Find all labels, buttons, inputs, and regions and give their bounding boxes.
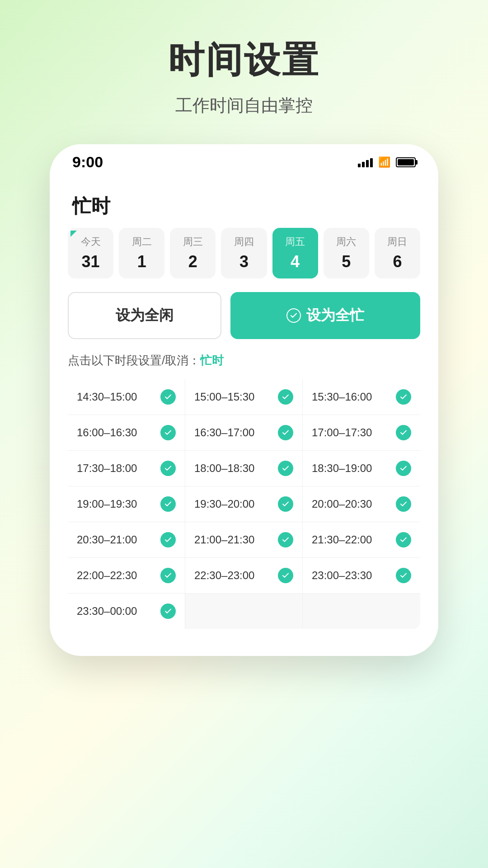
day-item-6[interactable]: 周日 6 <box>375 228 420 278</box>
slot-check-icon <box>160 496 176 512</box>
slot-check-icon <box>396 389 411 405</box>
slot-check-icon <box>160 389 176 405</box>
day-item-0[interactable]: 今天 31 <box>68 228 113 278</box>
status-bar: 9:00 📶 <box>50 144 438 175</box>
time-row-4: 20:30–21:00 21:00–21:30 21:30–22:00 <box>68 522 420 558</box>
time-slot-0-0[interactable]: 14:30–15:00 <box>68 379 185 415</box>
slot-check-icon <box>396 496 411 512</box>
time-slot-5-1[interactable]: 22:30–23:00 <box>185 558 303 593</box>
time-row-0: 14:30–15:00 15:00–15:30 15:30–16:00 <box>68 379 420 415</box>
set-free-button[interactable]: 设为全闲 <box>68 292 221 339</box>
time-slot-3-1[interactable]: 19:30–20:00 <box>185 486 303 522</box>
set-busy-button[interactable]: 设为全忙 <box>230 292 420 339</box>
time-row-5: 22:00–22:30 22:30–23:00 23:00–23:30 <box>68 558 420 594</box>
time-slot-1-2[interactable]: 17:00–17:30 <box>303 415 420 450</box>
day-item-4[interactable]: 周五 4 <box>272 228 318 278</box>
slot-check-icon <box>278 568 293 583</box>
slot-check-icon <box>160 532 176 547</box>
day-item-5[interactable]: 周六 5 <box>324 228 369 278</box>
time-slot-0-2[interactable]: 15:30–16:00 <box>303 379 420 415</box>
time-slot-4-2[interactable]: 21:30–22:00 <box>303 522 420 557</box>
time-slot-1-1[interactable]: 16:30–17:00 <box>185 415 303 450</box>
slot-check-icon <box>396 568 411 583</box>
status-icons: 📶 <box>358 156 416 168</box>
action-buttons: 设为全闲 设为全忙 <box>68 292 420 339</box>
slot-check-icon <box>278 389 293 405</box>
time-row-3: 19:00–19:30 19:30–20:00 20:00–20:30 <box>68 486 420 522</box>
time-slot-6-0[interactable]: 23:30–00:00 <box>68 594 185 629</box>
time-slot-4-0[interactable]: 20:30–21:00 <box>68 522 185 557</box>
time-row-2: 17:30–18:00 18:00–18:30 18:30–19:00 <box>68 451 420 486</box>
slot-check-icon <box>160 604 176 619</box>
page-title: 时间设置 <box>168 36 320 85</box>
time-slot-2-1[interactable]: 18:00–18:30 <box>185 451 303 486</box>
time-slot-3-2[interactable]: 20:00–20:30 <box>303 486 420 522</box>
slot-check-icon <box>278 532 293 547</box>
day-selector: 今天 31 周二 1 周三 2 周四 3 周五 4 周六 5 周日 6 <box>68 228 420 278</box>
time-slot-3-0[interactable]: 19:00–19:30 <box>68 486 185 522</box>
time-slot-5-2[interactable]: 23:00–23:30 <box>303 558 420 593</box>
slot-check-icon <box>160 568 176 583</box>
slot-check-icon <box>278 461 293 476</box>
time-slot-0-1[interactable]: 15:00–15:30 <box>185 379 303 415</box>
slot-check-icon <box>160 461 176 476</box>
day-item-1[interactable]: 周二 1 <box>119 228 164 278</box>
phone-frame: 9:00 📶 忙时 今天 31 周二 1 <box>50 144 438 656</box>
time-slot-4-1[interactable]: 21:00–21:30 <box>185 522 303 557</box>
time-row-6: 23:30–00:00 <box>68 594 420 629</box>
time-slot-2-0[interactable]: 17:30–18:00 <box>68 451 185 486</box>
time-slot-6-1 <box>185 594 303 629</box>
app-name: 忙时 <box>72 195 110 217</box>
signal-icon <box>358 157 373 167</box>
slot-check-icon <box>278 496 293 512</box>
time-slot-6-2 <box>303 594 420 629</box>
slot-check-icon <box>396 532 411 547</box>
slot-check-icon <box>396 425 411 440</box>
slot-check-icon <box>278 425 293 440</box>
slot-check-icon <box>396 461 411 476</box>
time-row-1: 16:00–16:30 16:30–17:00 17:00–17:30 <box>68 415 420 451</box>
time-slots-grid: 14:30–15:00 15:00–15:30 15:30–16:00 16 <box>68 379 420 629</box>
instruction-text: 点击以下时段设置/取消：忙时 <box>68 353 420 368</box>
time-slot-2-2[interactable]: 18:30–19:00 <box>303 451 420 486</box>
busy-check-icon <box>286 308 301 323</box>
day-item-2[interactable]: 周三 2 <box>170 228 216 278</box>
time-slot-1-0[interactable]: 16:00–16:30 <box>68 415 185 450</box>
slot-check-icon <box>160 425 176 440</box>
wifi-icon: 📶 <box>378 156 390 168</box>
app-header: 忙时 <box>68 189 420 228</box>
page-subtitle: 工作时间自由掌控 <box>175 94 313 117</box>
day-item-3[interactable]: 周四 3 <box>221 228 267 278</box>
battery-icon <box>396 157 416 167</box>
status-time: 9:00 <box>72 153 103 171</box>
time-slot-5-0[interactable]: 22:00–22:30 <box>68 558 185 593</box>
